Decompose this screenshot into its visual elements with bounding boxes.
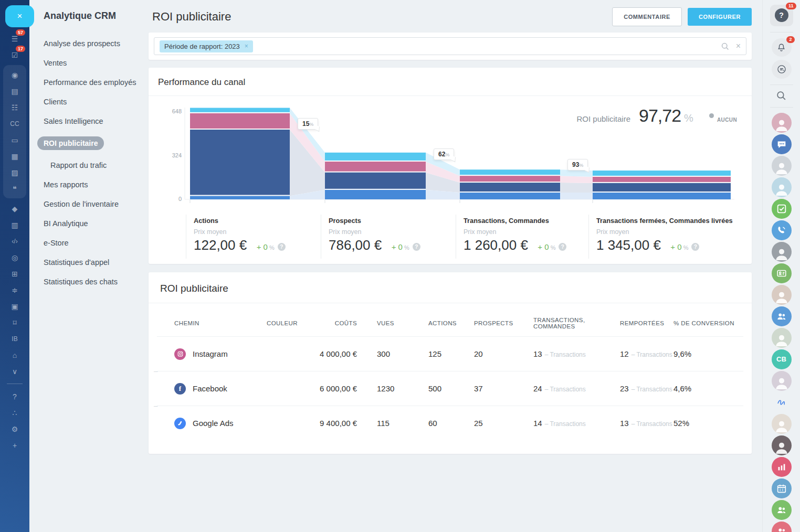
costs-cell: 4 000,00 €: [319, 349, 377, 358]
settings-icon[interactable]: ⚙: [0, 421, 29, 437]
table-row-google-ads[interactable]: – Google Ads 9 400,00 € 115 60 25 14– Tr…: [157, 406, 743, 440]
tasks-icon[interactable]: ☑17: [0, 47, 29, 63]
user-avatar[interactable]: [772, 414, 792, 434]
sidebar-item-statistiques-des-chats[interactable]: Statistiques des chats: [44, 278, 149, 286]
filter-input[interactable]: Période de rapport: 2023 × ×: [154, 37, 746, 55]
configure-button[interactable]: CONFIGURER: [688, 8, 752, 26]
filter-chip[interactable]: Période de rapport: 2023 ×: [160, 40, 253, 52]
employees-icon[interactable]: ☷: [3, 99, 26, 115]
stage-price: 1 260,00 €: [464, 237, 528, 253]
legend-dot: [709, 113, 714, 118]
svg-text:648: 648: [172, 108, 182, 114]
stage-help-icon[interactable]: ?: [278, 243, 286, 251]
sidebar-item-clients[interactable]: Clients: [44, 98, 149, 106]
stage-help-icon[interactable]: ?: [691, 243, 699, 251]
clear-filter-icon[interactable]: ×: [736, 41, 741, 51]
contacts-icon[interactable]: ▥: [0, 217, 29, 233]
sidebar-item-statistiques-d-appel[interactable]: Statistiques d'appel: [44, 258, 149, 267]
people-avatar[interactable]: [772, 500, 792, 520]
user-avatar[interactable]: [772, 285, 792, 305]
drive-icon[interactable]: ▭: [3, 132, 26, 148]
right-rail: ? 11 2 CB: [762, 0, 800, 532]
calendar-icon[interactable]: ▦: [3, 148, 26, 164]
roi-table-card: ROI publicitaire CHEMINCOULEURCOÛTSVUESA…: [149, 272, 752, 454]
sidebar-item-gestion-de-l-inventaire[interactable]: Gestion de l'inventaire: [44, 200, 149, 208]
column-header-9[interactable]: % DE CONVERSION: [673, 320, 743, 326]
column-header-4[interactable]: VUES: [377, 320, 428, 326]
cc-icon[interactable]: CC: [3, 115, 26, 132]
shop-icon[interactable]: ⊞: [0, 265, 29, 282]
notifications-button[interactable]: 2: [772, 38, 792, 57]
video-icon[interactable]: ▣: [0, 298, 29, 314]
comment-button[interactable]: COMMENTAIRE: [612, 7, 682, 26]
developer-icon[interactable]: ‹/›: [0, 233, 29, 249]
feed-badge: 57: [16, 29, 25, 36]
page-header: ROI publicitaire COMMENTAIRE CONFIGURER: [149, 0, 752, 33]
stage-help-icon[interactable]: ?: [413, 243, 420, 251]
sidebar-item-performance-des-employ-s[interactable]: Performance des employés: [44, 78, 149, 87]
user-avatar[interactable]: [772, 242, 792, 262]
sidebar-item-bi-analytique[interactable]: BI Analytique: [44, 219, 149, 228]
sidebar-item-e-store[interactable]: e-Store: [44, 239, 149, 247]
facebook-icon: f: [174, 383, 186, 395]
sidebar-item-ventes[interactable]: Ventes: [44, 59, 149, 67]
crm-icon[interactable]: ◉: [3, 67, 26, 83]
doodle-avatar[interactable]: [772, 392, 792, 412]
user-avatar[interactable]: [772, 177, 792, 197]
sidebar-item-rapport-du-trafic[interactable]: Rapport du trafic: [50, 161, 149, 169]
user-avatar[interactable]: [772, 156, 792, 176]
sidebar-item-roi-publicitaire[interactable]: ROI publicitaire: [44, 136, 149, 150]
kanban-icon[interactable]: ▤: [3, 83, 26, 99]
people-avatar[interactable]: [772, 522, 792, 532]
id-card-avatar[interactable]: [772, 263, 792, 283]
column-header-1[interactable]: CHEMIN: [174, 320, 267, 326]
close-menu-button[interactable]: ×: [5, 5, 34, 27]
column-header-8[interactable]: REMPORTÉES: [620, 320, 673, 326]
column-header-7[interactable]: TRANSACTIONS, COMMANDES: [533, 317, 620, 329]
sidebar-items: Analyse des prospectsVentesPerformance d…: [44, 39, 149, 286]
help-button[interactable]: ? 11: [770, 5, 793, 26]
views-cell: 1230: [377, 384, 428, 393]
warehouse-icon[interactable]: ◆: [0, 200, 29, 217]
user-avatar[interactable]: [772, 113, 792, 133]
mobile-icon[interactable]: ⌑: [0, 314, 29, 331]
phone-avatar[interactable]: [772, 220, 792, 240]
table-row-facebook[interactable]: – f Facebook 6 000,00 € 1230 500 37 24– …: [157, 371, 743, 406]
stage-name: Transactions, Commandes: [464, 217, 585, 225]
table-row-instagram[interactable]: Instagram 4 000,00 € 300 125 20 13– Tran…: [157, 336, 743, 371]
user-avatar[interactable]: [772, 371, 792, 391]
people-avatar[interactable]: [772, 306, 792, 326]
column-header-3[interactable]: COÛTS: [319, 320, 377, 326]
sidebar-item-analyse-des-prospects[interactable]: Analyse des prospects: [44, 39, 149, 48]
user-avatar[interactable]: [772, 328, 792, 348]
search-panel-button[interactable]: [776, 90, 787, 101]
messenger-icon[interactable]: ❝: [3, 180, 26, 197]
column-header-6[interactable]: PROSPECTS: [474, 320, 533, 326]
initials-avatar[interactable]: CB: [772, 349, 792, 369]
sidebar-item-sales-intelligence[interactable]: Sales Intelligence: [44, 117, 149, 125]
search-icon[interactable]: [721, 42, 730, 51]
table-header-row: CHEMINCOULEURCOÛTSVUESACTIONSPROSPECTSTR…: [157, 317, 743, 336]
network-icon[interactable]: ∴: [0, 405, 29, 421]
chat-panel-button[interactable]: [772, 60, 792, 78]
ib-icon[interactable]: IB: [0, 331, 29, 347]
automation-icon[interactable]: ≑: [0, 282, 29, 298]
marketing-icon[interactable]: ◎: [0, 249, 29, 265]
documents-icon[interactable]: ▨: [3, 164, 26, 180]
check-avatar[interactable]: [772, 199, 792, 219]
add-icon[interactable]: +: [0, 437, 29, 453]
chat-group-avatar[interactable]: [772, 134, 792, 154]
feed-icon[interactable]: ☰57: [0, 30, 29, 47]
company-icon[interactable]: ⌂: [0, 347, 29, 363]
sidebar-item-mes-rapports[interactable]: Mes rapports: [44, 180, 149, 189]
stage-help-icon[interactable]: ?: [559, 243, 566, 251]
column-header-5[interactable]: ACTIONS: [428, 320, 474, 326]
support-icon[interactable]: ?: [0, 388, 29, 405]
chart-avatar[interactable]: [772, 457, 792, 477]
roi-summary: ROI publicitaire 97,72 % AUCUN: [576, 105, 737, 126]
chip-remove-icon[interactable]: ×: [245, 42, 248, 50]
calendar-avatar[interactable]: [772, 478, 792, 498]
column-header-2[interactable]: COULEUR: [267, 320, 319, 326]
user-avatar[interactable]: [772, 435, 792, 455]
more-icon[interactable]: ∨: [0, 363, 29, 379]
